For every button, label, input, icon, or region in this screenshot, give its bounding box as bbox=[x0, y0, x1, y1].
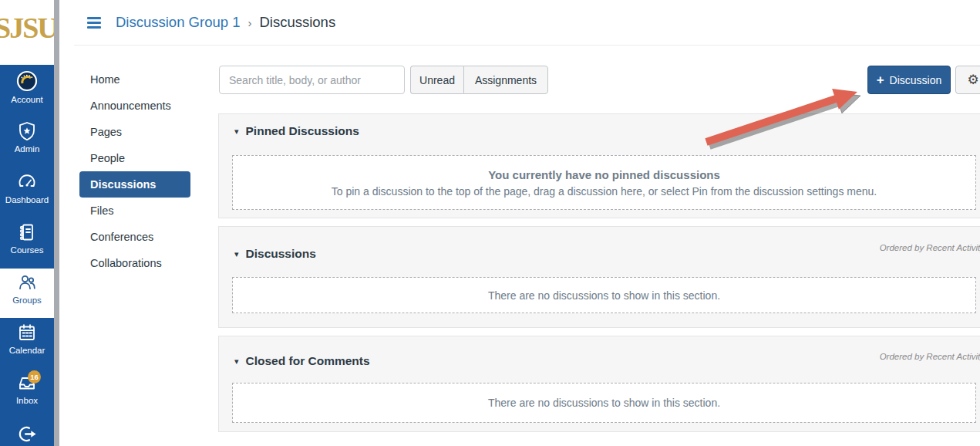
empty-state-title: You currently have no pinned discussions bbox=[488, 168, 720, 181]
sidebar-item-label: Groups bbox=[12, 296, 42, 305]
sidebar-divider-strip bbox=[54, 0, 59, 446]
search-input[interactable] bbox=[219, 66, 405, 94]
breadcrumb: Discussion Group 1 › Discussions bbox=[116, 14, 335, 31]
collapse-caret-icon: ▾ bbox=[234, 249, 239, 259]
sidebar-item-admin[interactable]: Admin bbox=[0, 117, 54, 165]
filter-button-group: Unread Assignments bbox=[410, 66, 548, 94]
global-navigation: Account Admin Dashboard Courses bbox=[0, 65, 54, 446]
sidebar-item-dashboard[interactable]: Dashboard bbox=[0, 168, 54, 216]
course-nav-people[interactable]: People bbox=[79, 145, 190, 171]
hamburger-menu-icon[interactable] bbox=[87, 17, 101, 29]
ordered-by-label: Ordered by Recent Activity bbox=[880, 352, 980, 361]
discussion-settings-button[interactable]: ⚙ bbox=[955, 66, 980, 94]
section-title: Closed for Comments bbox=[246, 354, 370, 368]
empty-state-message: There are no discussions to show in this… bbox=[488, 397, 720, 409]
sidebar-item-label: Calendar bbox=[9, 346, 45, 355]
add-discussion-label: Discussion bbox=[890, 74, 942, 86]
plus-icon: + bbox=[877, 73, 884, 86]
empty-state-message: There are no discussions to show in this… bbox=[488, 289, 720, 302]
brand-logo-text: SJSU bbox=[0, 11, 54, 45]
sidebar-item-label: Courses bbox=[11, 245, 44, 255]
logout-arrow-icon bbox=[17, 424, 38, 444]
sidebar-item-label: Inbox bbox=[16, 396, 38, 405]
course-nav-collaborations[interactable]: Collaborations bbox=[79, 250, 190, 276]
sidebar-item-label: Account bbox=[11, 95, 43, 104]
sidebar-item-calendar[interactable]: Calendar bbox=[0, 319, 54, 367]
section-title: Pinned Discussions bbox=[246, 124, 359, 138]
pinned-discussions-section: ▾ Pinned Discussions You currently have … bbox=[218, 113, 980, 218]
section-title: Discussions bbox=[246, 247, 316, 261]
course-nav-files[interactable]: Files bbox=[79, 198, 190, 224]
canvas-discussions-page: { "brand": { "logo_text": "SJSU" }, "glo… bbox=[0, 0, 980, 446]
collapse-caret-icon: ▾ bbox=[234, 356, 239, 367]
add-discussion-button[interactable]: + Discussion bbox=[867, 66, 951, 94]
header-divider bbox=[74, 45, 980, 46]
groups-people-icon bbox=[16, 272, 38, 293]
discussions-section: ▾ Discussions Ordered by Recent Activity… bbox=[218, 226, 980, 328]
sidebar-item-inbox[interactable]: Inbox 16 bbox=[0, 369, 54, 417]
course-nav-announcements[interactable]: Announcements bbox=[79, 93, 190, 119]
gear-icon: ⚙ bbox=[967, 73, 978, 86]
sidebar-item-account[interactable]: Account bbox=[0, 66, 54, 114]
course-nav-conferences[interactable]: Conferences bbox=[79, 224, 190, 250]
sidebar-item-label: Admin bbox=[15, 144, 40, 154]
sidebar-item-logout[interactable] bbox=[0, 421, 54, 446]
breadcrumb-separator: › bbox=[248, 16, 251, 29]
empty-state-message: To pin a discussion to the top of the pa… bbox=[332, 185, 877, 198]
courses-notebook-icon bbox=[16, 221, 38, 243]
dashboard-gauge-icon bbox=[16, 171, 38, 193]
collapse-caret-icon: ▾ bbox=[234, 127, 239, 137]
pinned-discussions-dropzone[interactable]: You currently have no pinned discussions… bbox=[232, 155, 976, 210]
breadcrumb-group-link[interactable]: Discussion Group 1 bbox=[116, 14, 240, 31]
closed-for-comments-header[interactable]: ▾ Closed for Comments bbox=[234, 354, 370, 368]
closed-empty-box: There are no discussions to show in this… bbox=[232, 383, 976, 423]
account-avatar-icon bbox=[15, 69, 39, 93]
discussions-header[interactable]: ▾ Discussions bbox=[234, 247, 316, 261]
course-nav-pages[interactable]: Pages bbox=[79, 119, 190, 145]
assignments-filter-button[interactable]: Assignments bbox=[463, 66, 548, 94]
pinned-discussions-header[interactable]: ▾ Pinned Discussions bbox=[234, 124, 359, 138]
calendar-icon bbox=[16, 322, 38, 343]
brand-logo-box[interactable]: SJSU bbox=[0, 0, 54, 65]
unread-filter-button[interactable]: Unread bbox=[410, 66, 463, 94]
closed-for-comments-section: ▾ Closed for Comments Ordered by Recent … bbox=[218, 336, 980, 432]
ordered-by-label: Ordered by Recent Activity bbox=[880, 243, 980, 252]
discussions-empty-box: There are no discussions to show in this… bbox=[232, 277, 976, 313]
sidebar-item-label: Dashboard bbox=[5, 195, 49, 204]
course-navigation: Home Announcements Pages People Discussi… bbox=[79, 66, 190, 276]
inbox-unread-badge: 16 bbox=[28, 370, 41, 383]
breadcrumb-current-page: Discussions bbox=[259, 14, 335, 31]
sidebar-item-courses[interactable]: Courses bbox=[0, 218, 54, 266]
course-nav-discussions[interactable]: Discussions bbox=[79, 171, 190, 198]
course-nav-home[interactable]: Home bbox=[79, 66, 190, 93]
sidebar-item-groups[interactable]: Groups bbox=[0, 269, 54, 318]
admin-shield-icon bbox=[16, 120, 38, 142]
